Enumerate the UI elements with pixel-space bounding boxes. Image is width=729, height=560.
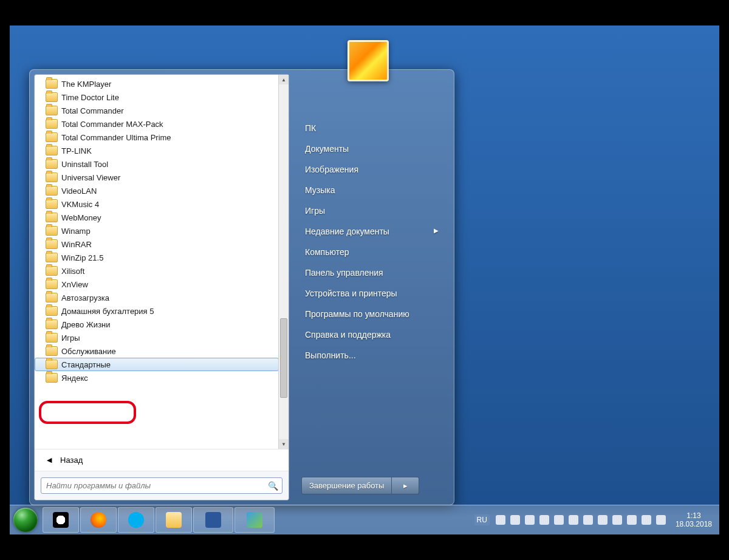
program-folder-item[interactable]: VideoLAN xyxy=(35,184,279,197)
back-row[interactable]: ◀ Назад xyxy=(35,449,289,471)
folder-icon xyxy=(46,306,58,316)
program-folder-item[interactable]: Total Commander Ultima Prime xyxy=(35,131,279,144)
program-folder-item[interactable]: Игры xyxy=(35,331,279,344)
app-icon xyxy=(53,512,69,528)
program-folder-item[interactable]: Uninstall Tool xyxy=(35,157,279,171)
tray-icon[interactable] xyxy=(583,515,593,525)
tray-icon[interactable] xyxy=(510,515,520,525)
tray-icon[interactable] xyxy=(539,515,549,525)
scroll-up-button[interactable]: ▲ xyxy=(279,75,289,84)
program-label: WebMoney xyxy=(61,213,101,222)
program-folder-item[interactable]: XnView xyxy=(35,278,279,291)
program-label: Древо Жизни xyxy=(61,320,111,329)
program-label: Игры xyxy=(61,333,80,343)
taskbar-apps xyxy=(41,507,275,533)
program-folder-item[interactable]: Древо Жизни xyxy=(35,318,279,331)
firefox-icon xyxy=(91,512,106,528)
search-box[interactable]: 🔍 xyxy=(41,477,282,494)
taskbar-app-firefox[interactable] xyxy=(80,507,117,533)
start-menu-link[interactable]: ПК xyxy=(301,118,441,138)
program-folder-item[interactable]: WinRAR xyxy=(35,237,279,251)
tray-icon[interactable] xyxy=(612,515,622,525)
taskbar-app-explorer[interactable] xyxy=(156,507,192,533)
program-folder-item[interactable]: Total Commander xyxy=(35,104,279,117)
start-menu-link[interactable]: Недавние документы▶ xyxy=(301,221,441,242)
scroll-track[interactable] xyxy=(279,84,289,439)
folder-icon xyxy=(46,79,58,89)
all-programs-list: The KMPlayerTime Doctor LiteTotal Comman… xyxy=(35,75,279,449)
folder-icon xyxy=(46,119,58,129)
program-folder-item[interactable]: WebMoney xyxy=(35,211,279,224)
folder-icon xyxy=(46,293,58,302)
search-row: 🔍 xyxy=(35,471,289,500)
taskbar-app-skype[interactable] xyxy=(118,507,154,533)
program-folder-item[interactable]: Домашняя бухгалтерия 5 xyxy=(35,304,279,318)
program-folder-item[interactable]: The KMPlayer xyxy=(35,77,279,90)
taskbar-clock[interactable]: 1:13 18.03.2018 xyxy=(672,511,716,528)
folder-icon xyxy=(46,159,58,169)
program-label: Total Commander MAX-Pack xyxy=(61,120,163,129)
network-icon[interactable] xyxy=(642,515,651,525)
program-folder-item[interactable]: Xilisoft xyxy=(35,264,279,278)
folder-icon xyxy=(46,146,58,155)
start-menu-link[interactable]: Программы по умолчанию xyxy=(301,304,441,324)
program-folder-item[interactable]: Яндекс xyxy=(35,371,279,384)
start-menu-link[interactable]: Устройства и принтеры xyxy=(301,283,441,304)
word-icon xyxy=(205,512,221,528)
shutdown-group: Завершение работы ▸ xyxy=(301,477,419,494)
folder-icon xyxy=(46,199,58,209)
program-folder-item[interactable]: Автозагрузка xyxy=(35,291,279,304)
start-menu-link[interactable]: Музыка xyxy=(301,180,441,200)
shutdown-button[interactable]: Завершение работы xyxy=(301,477,392,494)
start-menu-right-pane: ПКДокументыИзображенияМузыкаИгрыНедавние… xyxy=(289,74,450,500)
program-folder-item[interactable]: Стандартные xyxy=(35,358,279,371)
program-folder-item[interactable]: Обслуживание xyxy=(35,344,279,358)
start-menu: The KMPlayerTime Doctor LiteTotal Comman… xyxy=(29,69,454,505)
program-folder-item[interactable]: Time Doctor Lite xyxy=(35,90,279,104)
tray-icon[interactable] xyxy=(525,515,535,525)
tray-icon[interactable] xyxy=(598,515,608,525)
program-folder-item[interactable]: WinZip 21.5 xyxy=(35,251,279,264)
program-label: Total Commander xyxy=(61,106,124,115)
folder-icon xyxy=(46,239,58,249)
start-menu-link[interactable]: Компьютер xyxy=(301,242,441,262)
folder-icon xyxy=(46,253,58,262)
tray-icon[interactable] xyxy=(496,515,505,525)
scroll-down-button[interactable]: ▼ xyxy=(279,439,289,449)
program-label: XnView xyxy=(61,280,88,289)
start-menu-link[interactable]: Документы xyxy=(301,138,441,159)
search-input[interactable] xyxy=(45,480,268,491)
tray-icon[interactable] xyxy=(569,515,578,525)
program-folder-item[interactable]: Universal Viewer xyxy=(35,171,279,184)
program-folder-item[interactable]: TP-LINK xyxy=(35,144,279,157)
language-indicator[interactable]: RU xyxy=(474,514,490,525)
folder-icon xyxy=(46,106,58,115)
taskbar-app-1[interactable] xyxy=(43,507,79,533)
start-menu-link[interactable]: Изображения xyxy=(301,159,441,180)
programs-scrollbar[interactable]: ▲ ▼ xyxy=(278,75,289,449)
back-label: Назад xyxy=(60,456,83,465)
start-menu-link[interactable]: Выполнить... xyxy=(301,345,441,366)
volume-icon[interactable] xyxy=(656,515,666,525)
start-button[interactable] xyxy=(10,505,41,534)
start-menu-link[interactable]: Справка и поддержка xyxy=(301,324,441,345)
taskbar-app-control-panel[interactable] xyxy=(234,507,275,533)
folder-icon xyxy=(46,186,58,196)
explorer-icon xyxy=(166,512,182,528)
program-label: Universal Viewer xyxy=(61,173,120,182)
shutdown-options-button[interactable]: ▸ xyxy=(392,477,419,494)
taskbar-app-word[interactable] xyxy=(193,507,233,533)
programs-scroll-area: The KMPlayerTime Doctor LiteTotal Comman… xyxy=(35,75,289,449)
start-menu-link[interactable]: Панель управления xyxy=(301,262,441,283)
start-menu-link[interactable]: Игры xyxy=(301,200,441,221)
program-label: VideoLAN xyxy=(61,186,97,196)
program-label: The KMPlayer xyxy=(61,80,111,89)
program-folder-item[interactable]: Winamp xyxy=(35,224,279,237)
screen: The KMPlayerTime Doctor LiteTotal Comman… xyxy=(0,0,729,560)
tray-icon[interactable] xyxy=(627,515,637,525)
program-folder-item[interactable]: VKMusic 4 xyxy=(35,197,279,211)
program-folder-item[interactable]: Total Commander MAX-Pack xyxy=(35,117,279,131)
program-label: TP-LINK xyxy=(61,146,92,155)
tray-icon[interactable] xyxy=(554,515,564,525)
scroll-thumb[interactable] xyxy=(280,318,287,397)
